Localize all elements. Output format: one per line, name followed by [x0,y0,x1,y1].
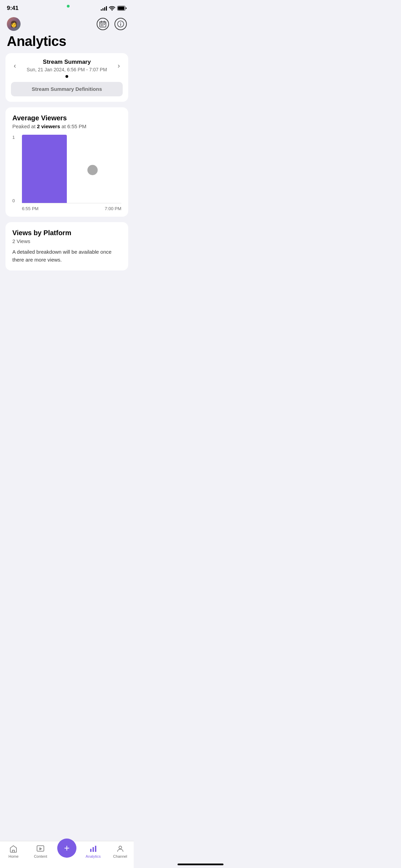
status-bar: 9:41 [0,0,134,14]
svg-rect-1 [118,7,124,10]
dots-indicator [5,72,128,79]
stream-definitions-button[interactable]: Stream Summary Definitions [11,82,123,96]
nav-arrows: ‹ Stream Summary Sun, 21 Jan 2024, 6:56 … [5,59,128,72]
chart-bar [22,135,67,203]
views-by-platform-description: A detailed breakdown will be available o… [12,248,121,264]
stream-summary-date: Sun, 21 Jan 2024, 6:56 PM - 7:07 PM [27,67,107,72]
svg-point-9 [120,22,121,23]
header-row: 👩 [0,14,134,32]
views-by-platform-card: Views by Platform 2 Views A detailed bre… [5,222,128,270]
status-icons [101,6,127,11]
y-label-top: 1 [12,135,15,140]
chart-y-labels: 1 0 [12,135,15,203]
page-title-section: Analytics [0,32,134,53]
scroll-content: ‹ Stream Summary Sun, 21 Jan 2024, 6:56 … [0,53,134,310]
svg-rect-7 [102,25,104,26]
stream-summary-card: ‹ Stream Summary Sun, 21 Jan 2024, 6:56 … [5,53,128,102]
calendar-icon [99,21,106,27]
y-label-bottom: 0 [12,198,15,203]
stream-summary-header: Stream Summary Sun, 21 Jan 2024, 6:56 PM… [21,59,112,72]
header-icons [97,18,127,30]
views-by-platform-title: Views by Platform [12,229,121,237]
battery-icon [117,6,127,11]
live-indicator-dot [67,5,70,8]
average-viewers-card: Average Viewers Peaked at 2 viewers at 6… [5,107,128,217]
svg-rect-3 [101,24,102,25]
info-button[interactable] [114,18,127,30]
peak-viewers-value: 2 viewers [37,123,60,129]
prev-stream-button[interactable]: ‹ [11,59,19,72]
status-time: 9:41 [7,5,19,12]
stream-summary-title: Stream Summary [27,59,107,65]
next-stream-button[interactable]: › [115,59,123,72]
calendar-button[interactable] [97,18,109,30]
chart-data-dot [87,165,98,175]
x-label-end: 7:00 PM [105,206,121,211]
average-viewers-subtitle: Peaked at 2 viewers at 6:55 PM [12,123,121,129]
svg-rect-5 [104,24,105,25]
info-icon [117,21,124,27]
average-viewers-title: Average Viewers [12,114,121,122]
svg-rect-6 [101,25,102,26]
avatar[interactable]: 👩 [7,17,21,31]
views-by-platform-count: 2 Views [12,238,121,244]
chart-area [22,135,121,203]
pagination-dot [65,75,68,78]
signal-bars-icon [101,6,107,11]
svg-rect-4 [102,24,104,25]
x-label-start: 6:55 PM [22,206,38,211]
chart-x-labels: 6:55 PM 7:00 PM [12,203,121,211]
page-title: Analytics [7,34,127,49]
average-viewers-chart: 1 0 [12,135,121,203]
wifi-icon [109,6,115,11]
